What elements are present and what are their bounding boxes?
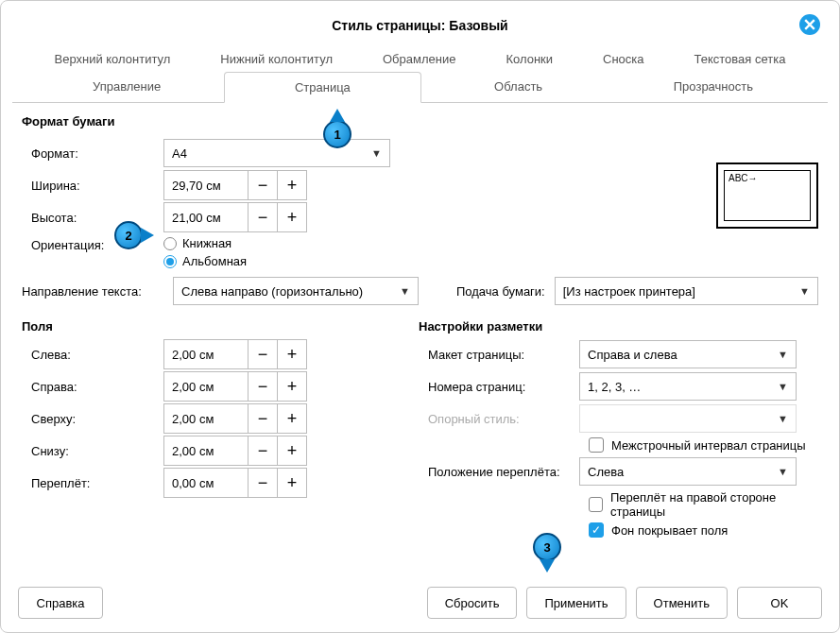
label-margin-top: Сверху:	[22, 412, 154, 426]
paper-format-row: Формат: A4 ▼ Ширина: − + Высота:	[22, 136, 818, 272]
ml-dec[interactable]: −	[248, 339, 278, 369]
page-style-dialog: Стиль страницы: Базовый Верхний колонтит…	[0, 0, 840, 633]
height-input[interactable]	[163, 202, 249, 232]
page-preview: ABC→	[716, 163, 818, 229]
tab-border[interactable]: Обрамление	[371, 46, 467, 72]
label-paper-tray: Подача бумаги:	[456, 284, 545, 299]
format-value: A4	[172, 146, 187, 161]
callout-1: 1	[323, 120, 351, 148]
ok-button[interactable]: OK	[737, 587, 822, 619]
page-layout-select[interactable]: Справа и слева ▼	[579, 340, 797, 368]
mg-dec[interactable]: −	[248, 468, 278, 498]
mb-dec[interactable]: −	[248, 436, 278, 466]
tab-footer[interactable]: Нижний колонтитул	[209, 46, 344, 72]
text-direction-value: Слева направо (горизонтально)	[181, 284, 363, 299]
close-icon	[804, 19, 815, 30]
label-register-true: Межстрочный интервал страницы	[611, 438, 806, 453]
label-ref-style: Опорный стиль:	[419, 412, 570, 426]
text-direction-select[interactable]: Слева направо (горизонтально) ▼	[173, 277, 419, 305]
dialog-footer: Справка Сбросить Применить Отменить OK	[18, 587, 822, 619]
preview-text: ABC→	[724, 170, 811, 221]
page-layout-value: Справа и слева	[588, 348, 677, 362]
titlebar: Стиль страницы: Базовый	[12, 12, 828, 43]
label-page-layout: Макет страницы:	[419, 348, 570, 362]
reset-button[interactable]: Сбросить	[427, 587, 518, 619]
margin-bottom-input[interactable]	[163, 436, 249, 466]
mg-inc[interactable]: +	[277, 468, 307, 498]
radio-portrait-label: Книжная	[182, 236, 231, 250]
height-decrement[interactable]: −	[248, 202, 278, 232]
section-paper-format: Формат бумаги	[22, 114, 818, 128]
cancel-button[interactable]: Отменить	[636, 587, 728, 619]
close-button[interactable]	[799, 14, 820, 35]
label-gutter-right: Переплёт на правой стороне страницы	[610, 490, 818, 519]
radio-portrait[interactable]: Книжная	[163, 234, 247, 252]
gutter-position-select[interactable]: Слева ▼	[579, 457, 797, 486]
chevron-down-icon: ▼	[778, 466, 788, 477]
tab-textgrid[interactable]: Текстовая сетка	[683, 46, 797, 72]
width-increment[interactable]: +	[277, 170, 307, 200]
width-decrement[interactable]: −	[248, 170, 278, 200]
radio-icon	[163, 255, 177, 268]
mt-dec[interactable]: −	[248, 403, 278, 434]
tab-page[interactable]: Страница	[224, 72, 420, 103]
apply-button[interactable]: Применить	[526, 587, 626, 619]
page-numbers-value: 1, 2, 3, …	[588, 380, 641, 394]
callout-2: 2	[114, 221, 143, 249]
tab-area[interactable]: Область	[421, 72, 616, 102]
tab-columns[interactable]: Колонки	[494, 46, 564, 72]
dialog-title: Стиль страницы: Базовый	[332, 18, 507, 33]
width-input[interactable]	[163, 170, 249, 200]
label-margin-left: Слева:	[22, 348, 154, 362]
height-increment[interactable]: +	[277, 202, 307, 232]
ref-style-select: ▼	[579, 404, 797, 433]
margin-right-input[interactable]	[163, 371, 249, 402]
chevron-down-icon: ▼	[778, 413, 788, 424]
label-format: Формат:	[22, 146, 154, 161]
margin-top-input[interactable]	[163, 403, 249, 434]
tabs-row-upper: Верхний колонтитул Нижний колонтитул Обр…	[12, 43, 828, 72]
checkbox-register-true[interactable]	[589, 437, 604, 453]
section-layout-settings: Настройки разметки	[419, 319, 818, 334]
dialog-body: Формат бумаги Формат: A4 ▼ Ширина: − +	[12, 103, 828, 549]
tabs-row-lower: Управление Страница Область Прозрачность	[12, 72, 828, 103]
tab-header[interactable]: Верхний колонтитул	[43, 46, 181, 72]
label-page-numbers: Номера страниц:	[419, 380, 570, 394]
tab-footnote[interactable]: Сноска	[591, 46, 656, 72]
callout-3: 3	[533, 533, 561, 561]
checkbox-background-covers[interactable]	[589, 522, 604, 538]
help-button[interactable]: Справка	[18, 587, 103, 619]
label-background-covers: Фон покрывает поля	[611, 523, 728, 538]
chevron-down-icon: ▼	[778, 349, 788, 360]
gutter-position-value: Слева	[588, 465, 624, 479]
chevron-down-icon: ▼	[799, 285, 810, 297]
page-numbers-select[interactable]: 1, 2, 3, … ▼	[579, 372, 797, 401]
paper-tray-value: [Из настроек принтера]	[563, 284, 695, 299]
chevron-down-icon: ▼	[400, 285, 410, 297]
mt-inc[interactable]: +	[277, 403, 307, 434]
radio-landscape-label: Альбомная	[182, 254, 247, 268]
tab-manage[interactable]: Управление	[29, 72, 224, 102]
label-margin-bottom: Снизу:	[22, 444, 154, 458]
ml-inc[interactable]: +	[277, 339, 307, 369]
chevron-down-icon: ▼	[371, 147, 382, 159]
gutter-input[interactable]	[163, 468, 249, 498]
mr-dec[interactable]: −	[248, 371, 278, 402]
format-select[interactable]: A4 ▼	[163, 139, 390, 167]
section-margins: Поля	[22, 319, 400, 334]
chevron-down-icon: ▼	[778, 381, 788, 392]
mb-inc[interactable]: +	[277, 436, 307, 466]
label-margin-right: Справа:	[22, 380, 154, 394]
label-gutter-position: Положение переплёта:	[419, 465, 570, 479]
radio-icon	[163, 237, 177, 250]
label-gutter: Переплёт:	[22, 476, 154, 490]
tab-transparency[interactable]: Прозрачность	[616, 72, 811, 102]
mr-inc[interactable]: +	[277, 371, 307, 402]
radio-landscape[interactable]: Альбомная	[163, 252, 247, 270]
checkbox-gutter-right[interactable]	[589, 497, 603, 512]
label-text-direction: Направление текста:	[22, 284, 163, 299]
label-width: Ширина:	[22, 179, 154, 193]
margin-left-input[interactable]	[163, 339, 249, 369]
paper-tray-select[interactable]: [Из настроек принтера] ▼	[555, 277, 818, 305]
